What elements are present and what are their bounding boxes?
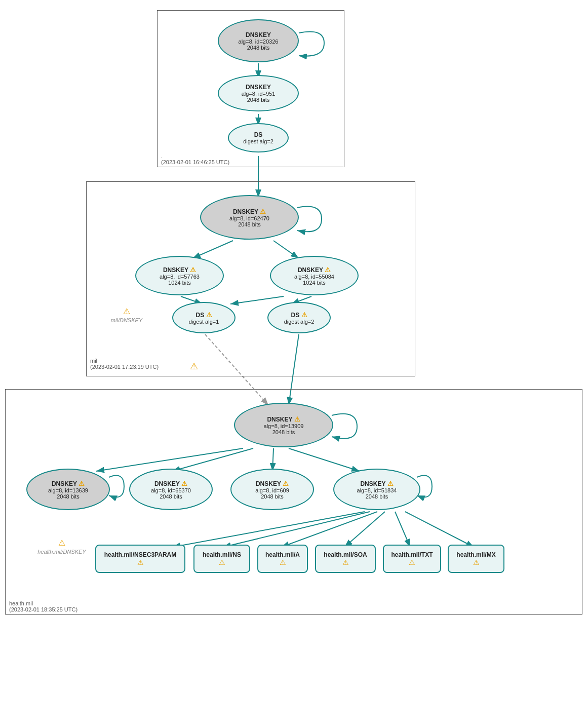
root-dnskey-zsk: DNSKEY alg=8, id=951 2048 bits (218, 75, 299, 111)
health-dnskey-ksk: DNSKEY ⚠ alg=8, id=13909 2048 bits (234, 403, 333, 447)
mil-dnskey-zsk2: DNSKEY ⚠ alg=8, id=55084 1024 bits (270, 256, 359, 295)
mil-dnskey-ksk: DNSKEY ⚠ alg=8, id=62470 2048 bits (200, 195, 299, 240)
mil-dnskey-zsk1: DNSKEY ⚠ alg=8, id=57763 1024 bits (135, 256, 224, 295)
health-mil-section-label: health.mil (2023-02-01 18:35:25 UTC) (9, 600, 77, 612)
health-mil-timestamp: (2023-02-01 18:35:25 UTC) (9, 606, 77, 612)
health-dnskey-1: DNSKEY ⚠ alg=8, id=13639 2048 bits (26, 469, 110, 510)
health-txt: health.mil/TXT ⚠ (383, 545, 441, 573)
root-ds: DS digest alg=2 (228, 123, 289, 152)
mil-dnskey-ref-label: ⚠ mil/DNSKEY (99, 306, 154, 323)
health-nsec3param: health.mil/NSEC3PARAM ⚠ (95, 545, 185, 573)
mil-warning-icon: ⚠ (190, 361, 198, 372)
mil-section-label: mil (2023-02-01 17:23:19 UTC) (90, 358, 159, 370)
root-section-label: . (2023-02-01 16:46:25 UTC) (161, 153, 229, 165)
health-a: health.mil/A ⚠ (257, 545, 308, 573)
health-dnskey-ref-label: ⚠ health.mil/DNSKEY (26, 538, 97, 555)
health-dnskey-3: DNSKEY ⚠ alg=8, id=609 2048 bits (230, 469, 314, 510)
mil-ds1: DS ⚠ digest alg=1 (172, 302, 236, 333)
health-dnskey-2: DNSKEY ⚠ alg=8, id=65370 2048 bits (129, 469, 213, 510)
diagram-container: DNSKEY alg=8, id=20326 2048 bits DNSKEY … (0, 0, 588, 728)
health-dnskey-4: DNSKEY ⚠ alg=8, id=51834 2048 bits (333, 469, 420, 510)
health-mx: health.mil/MX ⚠ (448, 545, 504, 573)
health-ns: health.mil/NS ⚠ (193, 545, 250, 573)
health-soa: health.mil/SOA ⚠ (315, 545, 376, 573)
health-mil-label: health.mil (9, 600, 33, 606)
root-dnskey-ksk: DNSKEY alg=8, id=20326 2048 bits (218, 19, 299, 62)
mil-ds2: DS ⚠ digest alg=2 (267, 302, 331, 333)
